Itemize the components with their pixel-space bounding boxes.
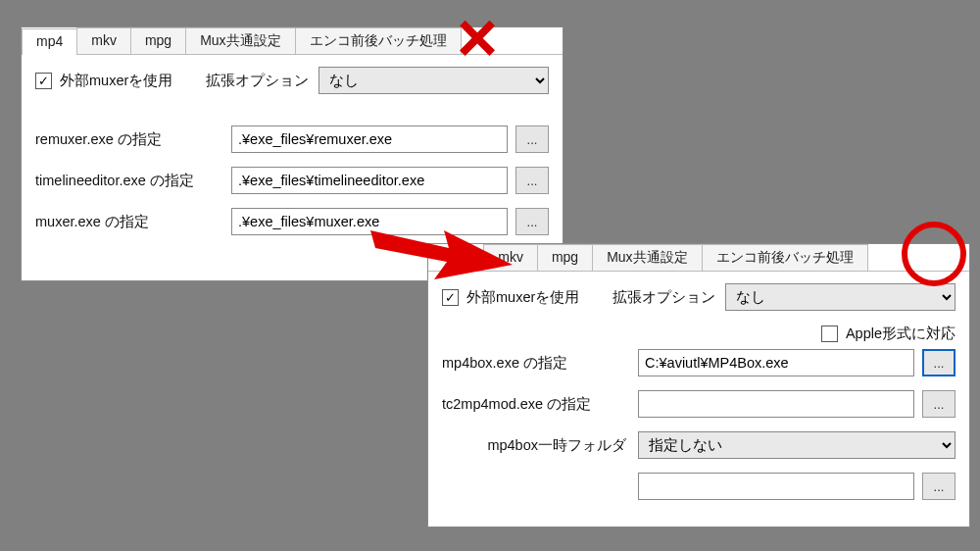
- ext-option-label: 拡張オプション: [612, 288, 715, 307]
- field-label: muxer.exe の指定: [35, 213, 231, 231]
- tabs: mp4 mkv mpg Mux共通設定 エンコ前後バッチ処理: [428, 244, 969, 272]
- tab-mp4[interactable]: mp4: [22, 28, 77, 55]
- temp-folder-path-input[interactable]: [638, 473, 914, 500]
- use-external-muxer-label: 外部muxerを使用: [60, 72, 172, 90]
- ext-option-select[interactable]: なし: [318, 67, 549, 94]
- browse-button[interactable]: ...: [515, 167, 549, 194]
- remuxer-path-input[interactable]: [231, 125, 508, 153]
- apple-format-label: Apple形式に対応: [846, 325, 956, 343]
- ext-option-select[interactable]: なし: [725, 283, 956, 311]
- use-external-muxer-checkbox[interactable]: ✓ 外部muxerを使用: [35, 72, 172, 90]
- check-icon: ✓: [35, 73, 52, 89]
- field-label: tc2mp4mod.exe の指定: [442, 395, 638, 414]
- browse-button[interactable]: ...: [922, 390, 956, 418]
- temp-folder-label: mp4box一時フォルダ: [442, 436, 638, 455]
- settings-panel-new: mp4 mkv mpg Mux共通設定 エンコ前後バッチ処理 ✓ 外部muxer…: [427, 243, 970, 527]
- browse-button[interactable]: ...: [515, 125, 549, 153]
- field-label: remuxer.exe の指定: [35, 130, 231, 149]
- field-label: mp4box.exe の指定: [442, 354, 638, 373]
- browse-button[interactable]: ...: [922, 349, 956, 376]
- browse-button[interactable]: ...: [922, 473, 956, 500]
- tab-mux[interactable]: Mux共通設定: [185, 27, 295, 54]
- temp-folder-select[interactable]: 指定しない: [638, 431, 956, 459]
- browse-button[interactable]: ...: [515, 208, 549, 235]
- tab-batch[interactable]: エンコ前後バッチ処理: [702, 244, 868, 271]
- tab-mux[interactable]: Mux共通設定: [592, 244, 702, 271]
- field-label: timelineeditor.exe の指定: [35, 172, 231, 190]
- panel-body: ✓ 外部muxerを使用 拡張オプション なし Apple形式に対応 mp4bo…: [428, 272, 969, 524]
- tab-batch[interactable]: エンコ前後バッチ処理: [295, 27, 462, 54]
- apple-format-checkbox[interactable]: Apple形式に対応: [821, 325, 956, 343]
- tabs: mp4 mkv mpg Mux共通設定 エンコ前後バッチ処理: [22, 27, 563, 55]
- panel-body: ✓ 外部muxerを使用 拡張オプション なし remuxer.exe の指定 …: [22, 55, 563, 259]
- tab-mkv[interactable]: mkv: [76, 27, 131, 54]
- use-external-muxer-checkbox[interactable]: ✓ 外部muxerを使用: [442, 288, 579, 307]
- use-external-muxer-label: 外部muxerを使用: [466, 288, 579, 307]
- mp4box-path-input[interactable]: [638, 349, 914, 376]
- tab-mkv[interactable]: mkv: [483, 244, 538, 271]
- tc2mp4mod-path-input[interactable]: [638, 390, 914, 418]
- check-icon: [821, 326, 838, 342]
- tab-mpg[interactable]: mpg: [130, 27, 186, 54]
- timelineeditor-path-input[interactable]: [231, 167, 508, 194]
- muxer-path-input[interactable]: [231, 208, 508, 235]
- ext-option-label: 拡張オプション: [206, 72, 309, 90]
- tab-mpg[interactable]: mpg: [537, 244, 593, 271]
- check-icon: ✓: [442, 289, 459, 306]
